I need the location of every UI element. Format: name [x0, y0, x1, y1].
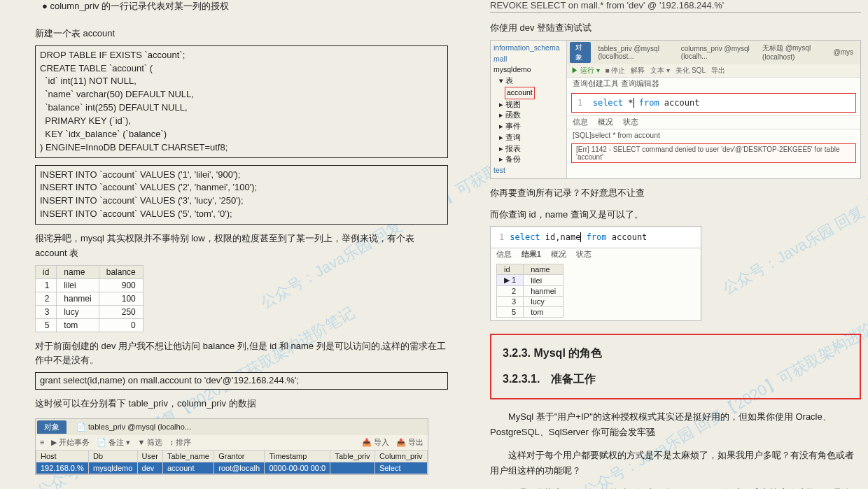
- tab-objects[interactable]: 对象: [570, 42, 591, 63]
- btn-text[interactable]: 文本 ▾: [650, 66, 670, 76]
- tab5[interactable]: @mys: [830, 48, 858, 57]
- btn-begin-tx[interactable]: ▶ 开始事务: [51, 437, 90, 448]
- tab3[interactable]: columns_priv @mysql (localh...: [677, 44, 755, 61]
- table-row: 3lucy250: [36, 305, 144, 318]
- heading-3-2-3-1: 3.2.3.1. 准备工作: [503, 372, 848, 387]
- btn-backup[interactable]: 📄 备注 ▾: [97, 437, 130, 448]
- tab-profile[interactable]: 概况: [598, 118, 613, 127]
- tables-priv-grid: HostDbUserTable_nameGrantorTimestampTabl…: [36, 450, 428, 474]
- sql-create-table: DROP TABLE IF EXISTS `account`; CREATE T…: [35, 45, 448, 158]
- result-row: ▶ 1lilei: [497, 275, 564, 286]
- paragraph-dev-user: 对于前面创建的 dev 用户我不想让他访问 balance 列,但是 id 和 …: [35, 339, 448, 369]
- col-id: id: [36, 265, 57, 278]
- result-grid: idname ▶ 1lilei 2hanmei 3lucy 5tom: [496, 264, 564, 318]
- heading-3-2-3: 3.2.3. Mysql 的角色: [503, 346, 848, 361]
- paragraph-role-like: 好吧，你搓中了 mysql 的软肋，很痛，在 mysql5.7 开始才正式支持这…: [490, 486, 861, 489]
- btn-beautify[interactable]: 美化 SQL: [676, 66, 706, 76]
- query-toolbar: ▶ 运行 ▾ ■ 停止 解释 文本 ▾ 美化 SQL 导出: [567, 64, 860, 77]
- tab-info[interactable]: 信息: [496, 250, 512, 260]
- tab-info[interactable]: 信息: [573, 118, 588, 127]
- left-column: column_priv 的一行记录代表对某一列的授权 新建一个表 account…: [0, 0, 462, 489]
- divider: [490, 12, 861, 13]
- btn-import[interactable]: 📥 导入: [362, 437, 389, 448]
- paragraph-allowed: 而你查询 id，name 查询又是可以了。: [490, 208, 861, 222]
- table-row: 2hanmei100: [36, 292, 144, 305]
- tab-status[interactable]: 状态: [576, 250, 592, 260]
- right-column: REVOKE SELECT on mall.* from 'dev' @ '19…: [476, 0, 868, 489]
- btn-filter[interactable]: ▼ 筛选: [137, 437, 162, 448]
- table-row: 5tom0: [36, 318, 144, 332]
- paragraph-mode: MySql 基于"用户+IP"的这种授权模式其实还是挺好用的，但如果你使用 Or…: [490, 409, 861, 440]
- query-subtoolbar: 查询创建工具 查询编辑器: [567, 77, 860, 90]
- sql-insert-rows: INSERT INTO `account` VALUES ('1', 'lile…: [35, 165, 448, 225]
- query-screenshot-denied: information_schema mall mysqldemo ▾ 表 ac…: [490, 40, 861, 179]
- btn-sort[interactable]: ↕ 排序: [169, 437, 191, 448]
- tab-objects[interactable]: 对象: [37, 420, 66, 434]
- tab-status[interactable]: 状态: [623, 118, 638, 127]
- sql-error: [Err] 1142 - SELECT command denied to us…: [571, 143, 856, 163]
- tab2[interactable]: tables_priv @mysql (localhost...: [594, 44, 673, 61]
- tab4[interactable]: 无标题 @mysql (localhost): [758, 43, 826, 62]
- paragraph-denied: 你再要查询所有记录？不好意思不让查: [490, 186, 861, 201]
- tree-account-selected[interactable]: account: [505, 87, 535, 99]
- heading-create-table: 新建一个表 account: [35, 27, 448, 41]
- paragraph-granularity: 很诧异吧，mysql 其实权限并不事特别 low，权限的粒度甚至到了某一列上，举…: [35, 232, 448, 261]
- section-highlight: 3.2.3. Mysql 的角色 3.2.3.1. 准备工作: [490, 334, 861, 399]
- sql-grant: grant select(id,name) on mall.account to…: [35, 372, 448, 390]
- col-balance: balance: [99, 265, 143, 278]
- navicat-panel: 对象 📄 tables_priv @mysql (localho... ≡ ▶ …: [35, 418, 428, 475]
- result-row: 3lucy: [497, 297, 564, 307]
- sql-editor[interactable]: 1 select * from account: [571, 93, 856, 113]
- db-tree[interactable]: information_schema mall mysqldemo ▾ 表 ac…: [491, 41, 567, 178]
- bullet-column-priv: column_priv 的一行记录代表对某一列的授权: [42, 0, 448, 13]
- tab-result1[interactable]: 结果1: [522, 250, 541, 260]
- result-row: 5tom: [497, 307, 564, 318]
- paragraph-login-test: 你使用 dev 登陆查询试试: [490, 21, 861, 36]
- revoke-line: REVOKE SELECT on mall.* from 'dev' @ '19…: [490, 0, 861, 10]
- priv-row[interactable]: 192.168.0.%mysqldemodevaccountroot@local…: [36, 462, 428, 474]
- paragraph-check-priv: 这时候可以在分别看下 table_priv，column_priv 的数据: [35, 397, 448, 411]
- btn-export[interactable]: 📤 导出: [396, 437, 424, 448]
- btn-run[interactable]: ▶ 运行 ▾: [571, 66, 600, 76]
- btn-explain[interactable]: 解释: [631, 66, 645, 76]
- col-name: name: [57, 265, 99, 278]
- btn-export[interactable]: 导出: [711, 66, 725, 76]
- btn-stop[interactable]: ■ 停止: [606, 66, 626, 76]
- paragraph-too-many: 这样对于每个用户都要赋权的方式是不是太麻烦了，如果我用户多呢？有没有角色或者用户…: [490, 448, 861, 479]
- tab-profile[interactable]: 概况: [551, 250, 566, 260]
- table-row: 1lilei900: [36, 278, 144, 292]
- result-row: 2hanmei: [497, 286, 564, 297]
- account-table: id name balance 1lilei900 2hanmei100 3lu…: [35, 265, 144, 332]
- query-screenshot-ok: 1select id,name from account 信息 结果1 概况 状…: [490, 226, 701, 321]
- sql-echo: [SQL]select * from account: [567, 129, 860, 141]
- tab-tables-priv[interactable]: 📄 tables_priv @mysql (localho...: [71, 421, 197, 433]
- nav-toolbar: ≡ ▶ 开始事务 📄 备注 ▾ ▼ 筛选 ↕ 排序 📥 导入 📤 导出: [36, 435, 428, 450]
